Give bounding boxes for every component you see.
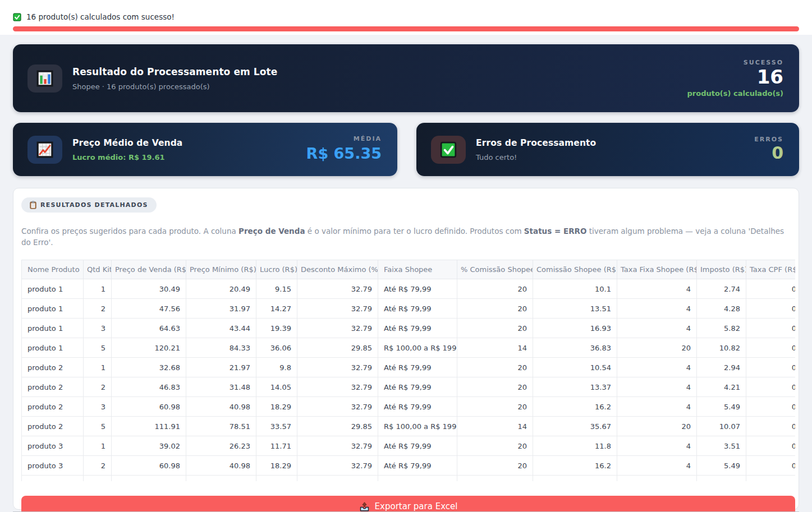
- table-cell: 32.79: [297, 279, 378, 299]
- table-cell: R$ 100,00 a R$ 199,99: [378, 338, 457, 358]
- table-cell: 4: [617, 299, 697, 319]
- table-cell: [256, 476, 297, 482]
- table-cell: 3: [84, 319, 112, 338]
- table-cell: 30.49: [112, 279, 186, 299]
- results-table-container[interactable]: Nome ProdutoQtd KitPreço de Venda (R$)Pr…: [21, 260, 795, 481]
- check-icon: [13, 13, 21, 21]
- table-cell: 4: [617, 377, 697, 397]
- table-cell: 31.97: [186, 299, 256, 319]
- column-header: Taxa Fixa Shopee (R$): [617, 260, 697, 279]
- table-cell: 0: [746, 456, 796, 476]
- table-cell: [22, 476, 84, 482]
- table-cell: 2.74: [697, 279, 746, 299]
- table-cell: 20: [457, 358, 533, 377]
- table-cell: 40.98: [186, 397, 256, 417]
- description-text: é o valor mínimo para ter o lucro defini…: [305, 227, 524, 236]
- table-cell: Até R$ 79,99: [378, 377, 457, 397]
- column-header: Lucro (R$): [256, 260, 297, 279]
- table-cell: [112, 476, 186, 482]
- batch-result-subtitle: Shopee · 16 produto(s) processado(s): [72, 82, 277, 91]
- table-cell: 20: [617, 417, 697, 436]
- table-cell: 33.57: [256, 417, 297, 436]
- table-row: produto 2246.8331.4814.0532.79Até R$ 79,…: [22, 377, 796, 397]
- table-cell: produto 2: [22, 397, 84, 417]
- table-cell: [378, 476, 457, 482]
- table-cell: 120.21: [112, 338, 186, 358]
- table-cell: 32.79: [297, 456, 378, 476]
- table-cell: 4: [617, 319, 697, 338]
- table-cell: R$ 100,00 a R$ 199,99: [378, 417, 457, 436]
- batch-result-card: Resultado do Processamento em Lote Shope…: [13, 44, 799, 112]
- table-cell: 0: [746, 417, 796, 436]
- table-row: produto 1247.5631.9714.2732.79Até R$ 79,…: [22, 299, 796, 319]
- table-cell: Até R$ 79,99: [378, 456, 457, 476]
- table-cell: 1: [84, 436, 112, 456]
- table-cell: 18.29: [256, 397, 297, 417]
- table-cell: 32.68: [112, 358, 186, 377]
- table-cell: [457, 476, 533, 482]
- table-cell: [297, 476, 378, 482]
- table-cell: 3: [84, 397, 112, 417]
- table-cell: 5.82: [697, 319, 746, 338]
- detailed-results-badge: RESULTADOS DETALHADOS: [21, 197, 157, 213]
- table-cell: 0: [746, 299, 796, 319]
- table-cell: 3.51: [697, 436, 746, 456]
- description-bold-text: Preço de Venda: [238, 227, 305, 236]
- table-cell: [746, 476, 796, 482]
- table-cell: 14: [457, 417, 533, 436]
- average-price-card: Preço Médio de Venda Lucro médio: R$ 19.…: [13, 123, 397, 176]
- table-cell: 32.79: [297, 319, 378, 338]
- table-cell: Até R$ 79,99: [378, 436, 457, 456]
- table-cell: 21.97: [186, 358, 256, 377]
- batch-result-title: Resultado do Processamento em Lote: [72, 66, 277, 77]
- notification-text: 16 produto(s) calculados com sucesso!: [26, 12, 175, 21]
- description-bold-text: Status = ERRO: [524, 227, 587, 236]
- column-header: Comissão Shopee (R$): [533, 260, 617, 279]
- success-stat-value: 16: [757, 66, 783, 88]
- table-cell: 1: [84, 279, 112, 299]
- table-cell: 31.48: [186, 377, 256, 397]
- detailed-results-badge-label: RESULTADOS DETALHADOS: [40, 201, 148, 209]
- column-header: Qtd Kit: [84, 260, 112, 279]
- table-cell: 78.51: [186, 417, 256, 436]
- table-cell: 18.29: [256, 456, 297, 476]
- check-mark-icon: [431, 136, 466, 164]
- average-stat-label: MÉDIA: [354, 135, 382, 142]
- table-cell: 11.8: [533, 436, 617, 456]
- table-cell: 5: [84, 338, 112, 358]
- success-notification: 16 produto(s) calculados com sucesso!: [13, 12, 799, 21]
- table-cell: Até R$ 79,99: [378, 279, 457, 299]
- table-cell: 10.1: [533, 279, 617, 299]
- table-cell: 0: [746, 338, 796, 358]
- column-header: Taxa CPF (R$): [746, 260, 796, 279]
- table-cell: 64.63: [112, 319, 186, 338]
- average-price-title: Preço Médio de Venda: [72, 138, 182, 148]
- table-cell: 0: [746, 377, 796, 397]
- table-cell: 26.23: [186, 436, 256, 456]
- table-cell: 0: [746, 358, 796, 377]
- table-cell: 14.05: [256, 377, 297, 397]
- table-cell: [697, 476, 746, 482]
- table-cell: 32.79: [297, 436, 378, 456]
- column-header: Preço Mínimo (R$): [186, 260, 256, 279]
- progress-bar: [13, 26, 799, 31]
- table-row: produto 3260.9840.9818.2932.79Até R$ 79,…: [22, 456, 796, 476]
- success-stat-caption: produto(s) calculado(s): [687, 89, 783, 98]
- table-cell: 84.33: [186, 338, 256, 358]
- table-cell: produto 1: [22, 338, 84, 358]
- table-cell: 29.85: [297, 417, 378, 436]
- export-excel-button[interactable]: Exportar para Excel: [21, 496, 795, 512]
- table-cell: produto 1: [22, 279, 84, 299]
- table-cell: 20: [457, 377, 533, 397]
- table-row: produto 3139.0226.2311.7132.79Até R$ 79,…: [22, 436, 796, 456]
- table-row: produto 2132.6821.979.832.79Até R$ 79,99…: [22, 358, 796, 377]
- table-cell: 20: [457, 319, 533, 338]
- results-table: Nome ProdutoQtd KitPreço de Venda (R$)Pr…: [21, 260, 795, 481]
- table-cell: 47.56: [112, 299, 186, 319]
- table-cell: 20: [617, 338, 697, 358]
- table-cell: Até R$ 79,99: [378, 299, 457, 319]
- table-cell: 39.02: [112, 436, 186, 456]
- table-cell: produto 3: [22, 456, 84, 476]
- column-header: % Comissão Shopee: [457, 260, 533, 279]
- column-header: Desconto Máximo (%): [297, 260, 378, 279]
